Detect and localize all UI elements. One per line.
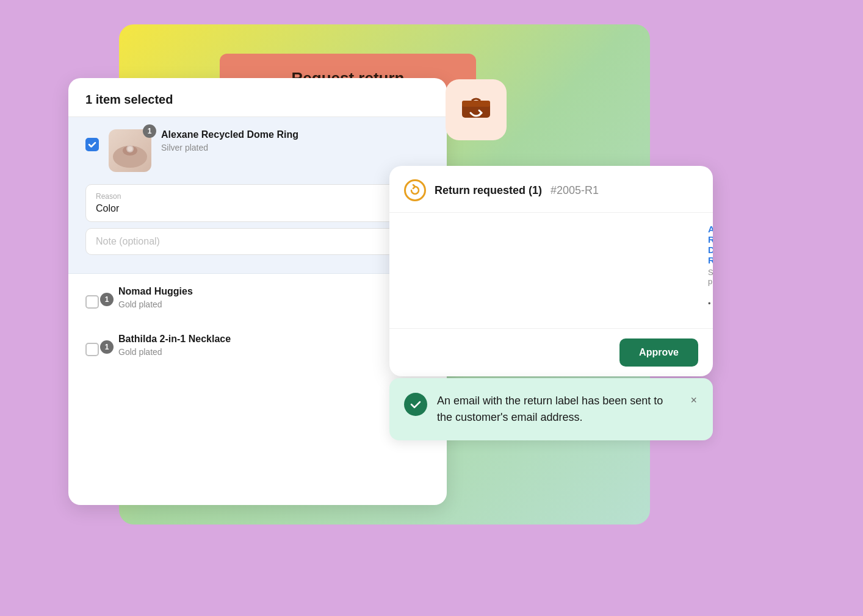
return-requested-card: Return requested (1) #2005-R1 1 Alexane …: [389, 166, 713, 376]
item-1-checkbox[interactable]: [85, 138, 99, 151]
return-box-icon: [458, 92, 494, 127]
return-status-icon: [404, 179, 426, 201]
item-2-info: Nomad Huggies Gold plated: [118, 286, 430, 309]
item-3-info: Bathilda 2-in-1 Necklace Gold plated: [118, 334, 430, 357]
return-card-footer: Approve: [389, 328, 713, 376]
success-check-icon: [404, 393, 427, 416]
return-item-reason: • Return reason: Color: [708, 290, 713, 317]
note-field-box[interactable]: Note (optional): [85, 228, 430, 255]
item-1-name: Alexane Recycled Dome Ring: [161, 129, 430, 140]
item-1-image-wrap: 1: [109, 129, 151, 172]
item-1-badge: 1: [143, 124, 156, 138]
success-notification: An email with the return label has been …: [389, 378, 713, 440]
item-3-badge: 1: [100, 340, 114, 354]
item-2-badge: 1: [100, 293, 114, 306]
note-placeholder: Note (optional): [96, 236, 419, 247]
checkmark-icon: [88, 140, 96, 149]
item-1-variant: Silver plated: [161, 143, 430, 152]
notification-close-button[interactable]: ×: [689, 393, 698, 408]
success-message: An email with the return label has been …: [437, 393, 679, 426]
bullet-icon: •: [708, 299, 711, 308]
return-card-header: Return requested (1) #2005-R1: [389, 166, 713, 213]
item-3-variant: Gold plated: [118, 347, 430, 357]
item-2-variant: Gold plated: [118, 299, 430, 309]
reason-value: Color: [96, 203, 419, 214]
item-1-info: Alexane Recycled Dome Ring Silver plated: [161, 129, 430, 152]
reason-field-box[interactable]: Reason Color: [85, 184, 430, 222]
return-item-row: 1 Alexane Recycled Dome Ring Silver plat…: [389, 213, 713, 328]
return-circle-arrow-icon: [409, 184, 421, 196]
app-icon-container: [446, 79, 507, 140]
item-3-checkbox[interactable]: [85, 343, 99, 356]
return-item-details: Alexane Recycled Dome Ring Silver plated…: [708, 224, 713, 317]
return-item-variant: Silver plated: [708, 268, 713, 286]
main-card-header: 1 item selected: [68, 78, 447, 117]
approve-button[interactable]: Approve: [619, 338, 698, 367]
return-title: Return requested (1): [435, 184, 542, 197]
return-item-name-link[interactable]: Alexane Recycled Dome Ring: [708, 224, 713, 265]
item-3-name: Bathilda 2-in-1 Necklace: [118, 334, 430, 345]
item-2-name: Nomad Huggies: [118, 286, 430, 297]
svg-rect-1: [462, 101, 490, 107]
return-order-id: #2005-R1: [551, 184, 599, 197]
checkmark-success-icon: [409, 398, 422, 411]
svg-point-5: [128, 146, 132, 151]
reason-label: Reason: [96, 192, 419, 201]
items-selected-count: 1 item selected: [85, 93, 173, 106]
item-2-checkbox[interactable]: [85, 295, 99, 309]
